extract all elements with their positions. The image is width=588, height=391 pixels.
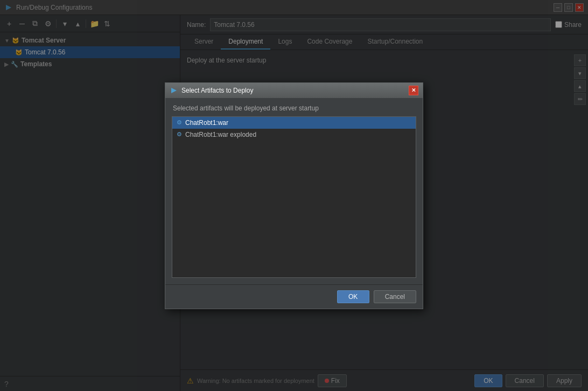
modal-overlay: Select Artifacts to Deploy ✕ Selected ar…: [0, 0, 588, 391]
artifact-icon-war-exploded: ⚙: [177, 131, 182, 138]
modal-body: Selected artifacts will be deployed at s…: [165, 98, 423, 284]
svg-marker-1: [171, 88, 177, 93]
modal-title-bar: Select Artifacts to Deploy ✕: [165, 83, 423, 98]
modal-ok-button[interactable]: OK: [337, 290, 369, 303]
artifact-label-war-exploded: ChatRobt1:war exploded: [185, 131, 256, 138]
modal-close-button[interactable]: ✕: [409, 86, 418, 95]
modal-icon: [170, 86, 178, 95]
select-artifacts-modal: Select Artifacts to Deploy ✕ Selected ar…: [165, 82, 423, 309]
artifact-item-war-exploded[interactable]: ⚙ ChatRobt1:war exploded: [172, 129, 416, 141]
artifact-list: ⚙ ChatRobt1:war ⚙ ChatRobt1:war exploded: [172, 116, 416, 278]
modal-description: Selected artifacts will be deployed at s…: [172, 104, 416, 112]
artifact-item-war[interactable]: ⚙ ChatRobt1:war: [172, 117, 416, 129]
modal-footer: OK Cancel: [165, 284, 423, 309]
artifact-icon-war: ⚙: [177, 119, 182, 126]
artifact-label-war: ChatRobt1:war: [185, 119, 228, 127]
modal-cancel-button[interactable]: Cancel: [374, 290, 416, 303]
modal-title: Select Artifacts to Deploy: [181, 87, 405, 94]
